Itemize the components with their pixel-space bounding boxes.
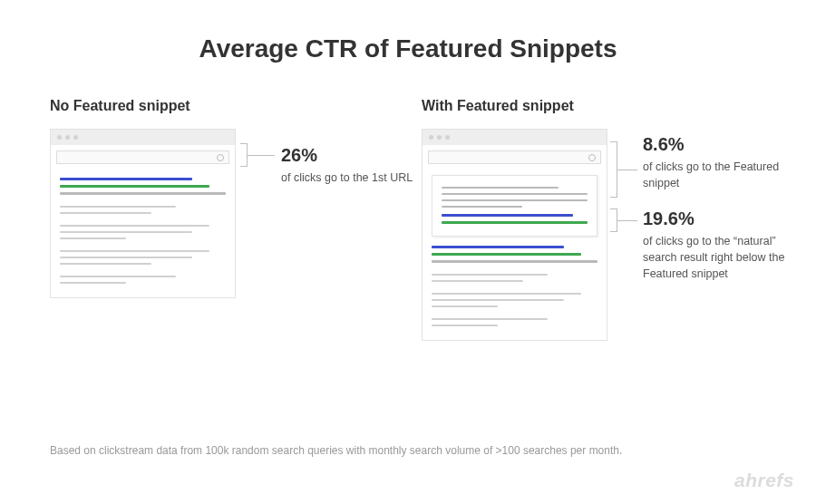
serp-result-1	[432, 246, 597, 263]
comparison-columns: No Featured snippet	[0, 63, 816, 341]
serp-mock-with-snippet	[422, 129, 607, 341]
callout-pct: 26%	[281, 145, 440, 166]
serp-result-3	[60, 225, 226, 239]
search-bar-icon	[56, 150, 229, 164]
connector-bracket	[240, 143, 248, 167]
callout-natural-result: 19.6% of clicks go to the “natural” sear…	[643, 208, 801, 282]
serp-result-2	[60, 206, 226, 214]
serp-result-2	[432, 274, 597, 282]
callout-desc: of clicks go to the 1st URL	[281, 170, 440, 186]
serp-result-3	[432, 293, 597, 307]
col-no-snippet: No Featured snippet	[50, 98, 394, 341]
callout-desc: of clicks go to the Featured snippet	[643, 159, 801, 191]
serp-result-4	[432, 318, 597, 326]
connector-line	[617, 220, 637, 221]
browser-titlebar	[423, 130, 607, 145]
featured-snippet-card	[432, 175, 597, 237]
connector-line	[248, 155, 275, 156]
callout-pct: 19.6%	[643, 208, 801, 229]
footnote: Based on clickstream data from 100k rand…	[50, 444, 622, 457]
serp-result-4	[60, 250, 226, 265]
col-no-snippet-heading: No Featured snippet	[50, 98, 394, 114]
serp-result-1	[60, 178, 226, 195]
callout-pct: 8.6%	[643, 134, 801, 155]
serp-result-5	[60, 276, 226, 284]
window-dot-icon	[429, 135, 433, 140]
window-dot-icon	[445, 135, 450, 140]
callout-featured-snippet: 8.6% of clicks go to the Featured snippe…	[643, 134, 801, 191]
connector-line	[617, 170, 637, 170]
window-dot-icon	[57, 135, 62, 140]
serp-mock-no-snippet	[50, 129, 236, 298]
connector-bracket	[610, 141, 617, 198]
col-with-snippet: With Featured snippet	[422, 98, 766, 341]
callout-1st-url: 26% of clicks go to the 1st URL	[281, 145, 440, 186]
search-bar-icon	[428, 150, 601, 164]
window-dot-icon	[73, 135, 78, 140]
window-dot-icon	[437, 135, 442, 140]
connector-bracket	[610, 208, 617, 232]
callout-desc: of clicks go to the “natural” search res…	[643, 233, 801, 282]
window-dot-icon	[65, 135, 70, 140]
browser-titlebar	[51, 130, 235, 145]
col-with-snippet-heading: With Featured snippet	[422, 98, 766, 114]
brand-logo: ahrefs	[734, 470, 794, 491]
page-title: Average CTR of Featured Snippets	[0, 0, 816, 63]
